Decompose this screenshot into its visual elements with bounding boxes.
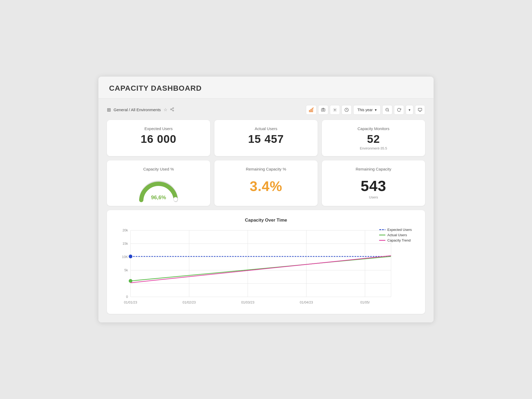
legend-actual-users: Actual Users: [379, 233, 412, 237]
screenshot-button[interactable]: [318, 105, 328, 115]
settings-button[interactable]: [330, 105, 340, 115]
display-button[interactable]: [415, 105, 425, 115]
chart-title: Capacity Over Time: [115, 218, 417, 223]
legend-actual-users-label: Actual Users: [387, 233, 407, 237]
dashboard-title: CAPACITY DASHBOARD: [109, 84, 423, 93]
chart-legend: Expected Users Actual Users Capacity Tre…: [379, 228, 412, 242]
svg-point-0: [173, 107, 174, 109]
capacity-used-label: Capacity Used %: [143, 167, 174, 171]
remaining-capacity-pct-label: Remaining Capacity %: [246, 167, 286, 171]
svg-point-20: [173, 197, 178, 201]
legend-expected-users-label: Expected Users: [387, 228, 412, 232]
capacity-used-card: Capacity Used % 96,6%: [107, 160, 210, 206]
svg-rect-5: [309, 110, 310, 112]
svg-point-11: [323, 109, 324, 110]
grid-icon: ⊞: [107, 107, 111, 113]
expected-users-label: Expected Users: [144, 126, 173, 131]
svg-point-1: [171, 109, 172, 110]
share-icon[interactable]: [170, 107, 174, 113]
svg-text:01/05/: 01/05/: [360, 300, 370, 304]
clock-button[interactable]: [342, 105, 352, 115]
capacity-monitors-card: Capacity Monitors 52 Environment-35.5: [322, 120, 425, 156]
legend-expected-users-line: [379, 229, 385, 230]
svg-text:20k: 20k: [122, 228, 128, 232]
legend-actual-users-line: [379, 235, 385, 235]
remaining-capacity-card: Remaining Capacity 543 Users: [322, 160, 425, 206]
svg-rect-7: [312, 108, 313, 112]
breadcrumb: General / All Environments: [114, 107, 161, 112]
refresh-button[interactable]: [394, 105, 404, 115]
time-range-label: This year: [357, 108, 373, 112]
svg-text:01/01/23: 01/01/23: [124, 300, 137, 304]
chart-area: 20k 15k 10K 5k 0 01/01/23 01/02/23 01/03…: [115, 228, 417, 307]
toolbar-left: ⊞ General / All Environments ☆: [107, 107, 174, 113]
capacity-monitors-value: 52: [367, 133, 380, 145]
star-icon[interactable]: ☆: [164, 107, 167, 112]
svg-line-3: [171, 110, 173, 110]
chart-card: Capacity Over Time: [107, 210, 425, 314]
more-options-button[interactable]: ▾: [406, 105, 413, 115]
toolbar-right: This year ▾ ▾: [306, 105, 425, 115]
top-metrics-grid: Expected Users 16 000 Actual Users 15 45…: [107, 120, 425, 156]
svg-text:01/02/23: 01/02/23: [182, 300, 196, 304]
expected-users-card: Expected Users 16 000: [107, 120, 210, 156]
svg-point-45: [129, 279, 132, 283]
svg-text:0: 0: [126, 295, 128, 299]
svg-text:01/03/23: 01/03/23: [241, 300, 255, 304]
legend-capacity-trend: Capacity Trend: [379, 238, 412, 242]
legend-capacity-trend-line: [379, 240, 385, 241]
svg-rect-17: [418, 108, 422, 111]
toolbar: ⊞ General / All Environments ☆: [107, 105, 425, 115]
remaining-capacity-label: Remaining Capacity: [356, 167, 391, 171]
dashboard-container: CAPACITY DASHBOARD ⊞ General / All Envir…: [98, 77, 434, 322]
svg-text:15k: 15k: [122, 242, 128, 246]
actual-users-value: 15 457: [248, 133, 284, 145]
legend-capacity-trend-label: Capacity Trend: [387, 238, 410, 242]
svg-text:5k: 5k: [124, 268, 128, 272]
actual-users-label: Actual Users: [255, 126, 277, 131]
actual-users-card: Actual Users 15 457: [214, 120, 318, 156]
expected-users-value: 16 000: [141, 133, 176, 145]
svg-line-4: [171, 108, 173, 109]
remaining-capacity-sub: Users: [369, 195, 378, 199]
time-range-button[interactable]: This year ▾: [353, 105, 381, 115]
bottom-metrics-grid: Capacity Used % 96,6% Remaining Capacity…: [107, 160, 425, 206]
add-chart-button[interactable]: [306, 105, 317, 115]
svg-point-44: [129, 255, 132, 258]
svg-line-15: [388, 111, 389, 111]
svg-point-12: [334, 109, 335, 110]
gauge-container: 96,6%: [137, 176, 180, 200]
legend-expected-users: Expected Users: [379, 228, 412, 232]
svg-text:01/04/23: 01/04/23: [300, 300, 313, 304]
svg-rect-6: [311, 109, 311, 112]
remaining-capacity-value: 543: [361, 178, 386, 194]
dashboard-body: ⊞ General / All Environments ☆: [98, 99, 434, 322]
zoom-out-button[interactable]: [382, 105, 392, 115]
remaining-capacity-pct-value: 3.4%: [250, 179, 282, 194]
remaining-capacity-pct-card: Remaining Capacity % 3.4%: [214, 160, 318, 206]
svg-text:10K: 10K: [122, 255, 128, 259]
gauge-value: 96,6%: [151, 194, 166, 201]
dashboard-header: CAPACITY DASHBOARD: [98, 77, 434, 99]
chart-svg: 20k 15k 10K 5k 0 01/01/23 01/02/23 01/03…: [115, 228, 417, 307]
chevron-down-icon: ▾: [375, 108, 377, 112]
capacity-monitors-sub: Environment-35.5: [360, 146, 387, 150]
capacity-monitors-label: Capacity Monitors: [358, 126, 389, 131]
svg-point-2: [173, 110, 174, 111]
